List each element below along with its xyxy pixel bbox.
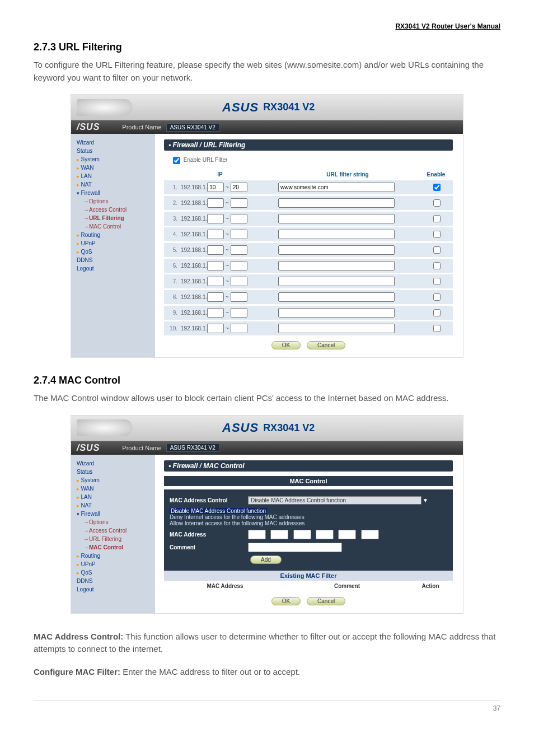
comment-input[interactable] <box>248 543 342 552</box>
url-string-input[interactable] <box>278 214 395 223</box>
nav-qos[interactable]: QoS <box>77 248 155 256</box>
nav-firewall[interactable]: Firewall <box>77 510 155 518</box>
chevron-down-icon[interactable]: ▼ <box>423 497 428 503</box>
row-enable-checkbox[interactable] <box>433 262 441 269</box>
ip-to-input[interactable] <box>231 261 247 270</box>
nav-upnp[interactable]: UPnP <box>77 560 155 568</box>
panel-title-mac-text: Firewall / MAC Control <box>173 462 245 470</box>
panel-title-url-text: Firewall / URL Filtering <box>173 141 246 149</box>
ip-from-input[interactable] <box>207 261 224 270</box>
col-comment: Comment <box>286 583 408 589</box>
nav-wan[interactable]: WAN <box>77 484 155 493</box>
nav-ddns[interactable]: DDNS <box>77 577 155 585</box>
ip-to-input[interactable] <box>231 277 247 286</box>
model-label: RX3041 V2 <box>263 422 315 434</box>
ip-from-input[interactable] <box>207 183 224 192</box>
mac-address-control-bold: MAC Address Control: <box>34 632 123 641</box>
row-enable-checkbox[interactable] <box>433 215 441 222</box>
ok-button[interactable]: OK <box>271 597 301 605</box>
row-index: 3. <box>166 216 181 222</box>
row-enable-checkbox[interactable] <box>433 184 441 191</box>
nav-access-control[interactable]: →Access Control <box>77 526 155 535</box>
ip-to-input[interactable] <box>231 292 247 302</box>
mac-addr-control-select[interactable]: Disable MAC Address Control function <box>248 496 421 505</box>
nav-qos[interactable]: QoS <box>77 568 155 577</box>
nav-wizard[interactable]: Wizard <box>77 459 155 468</box>
ip-to-input[interactable] <box>231 230 247 239</box>
ip-from-input[interactable] <box>207 277 224 286</box>
asus-logo-icon: /SUS <box>77 443 100 453</box>
col-header-string: URL filter string <box>276 171 419 178</box>
ip-from-input[interactable] <box>207 230 224 239</box>
row-index: 8. <box>166 294 181 300</box>
nav-wan[interactable]: WAN <box>77 164 155 172</box>
nav-system[interactable]: System <box>77 155 155 164</box>
ip-from-input[interactable] <box>207 198 224 208</box>
nav-routing[interactable]: Routing <box>77 231 155 239</box>
ok-button[interactable]: OK <box>271 341 301 349</box>
nav-mac-control[interactable]: →MAC Control <box>77 543 155 552</box>
ip-from-input[interactable] <box>207 214 224 223</box>
ip-to-input[interactable] <box>231 198 247 208</box>
mac-opt-disable[interactable]: Disable MAC Address Control function <box>170 508 267 514</box>
mac-address-inputs[interactable]: : : : : : <box>248 530 379 539</box>
row-enable-checkbox[interactable] <box>433 325 441 332</box>
nav-nat[interactable]: NAT <box>77 180 155 189</box>
cancel-button[interactable]: Cancel <box>307 597 345 605</box>
url-filter-row: 4.192.168.1. ~ <box>164 227 453 241</box>
url-string-input[interactable] <box>278 198 395 208</box>
add-button[interactable]: Add <box>250 556 282 564</box>
mac-opt-deny[interactable]: Deny Internet access for the following M… <box>170 514 447 520</box>
nav-lan[interactable]: LAN <box>77 493 155 501</box>
nav-options[interactable]: →Options <box>77 518 155 526</box>
row-enable-checkbox[interactable] <box>433 293 441 301</box>
ip-to-input[interactable] <box>231 324 247 333</box>
nav-routing[interactable]: Routing <box>77 552 155 560</box>
ip-from-input[interactable] <box>207 308 224 318</box>
url-string-input[interactable] <box>278 277 395 286</box>
row-enable-checkbox[interactable] <box>433 278 441 285</box>
nav-system[interactable]: System <box>77 476 155 484</box>
nav-url-filtering[interactable]: →URL Filtering <box>77 535 155 543</box>
row-index: 2. <box>166 200 181 206</box>
url-string-input[interactable] <box>278 292 395 302</box>
nav-url-filtering[interactable]: →URL Filtering <box>77 214 155 222</box>
url-string-input[interactable] <box>278 183 395 192</box>
url-string-input[interactable] <box>278 261 395 270</box>
row-enable-checkbox[interactable] <box>433 246 441 254</box>
row-enable-checkbox[interactable] <box>433 309 441 316</box>
nav-lan[interactable]: LAN <box>77 172 155 180</box>
enable-url-filter-checkbox[interactable] <box>173 157 180 164</box>
nav-nat[interactable]: NAT <box>77 501 155 510</box>
row-enable-checkbox[interactable] <box>433 199 441 207</box>
ip-to-input[interactable] <box>231 214 247 223</box>
url-string-input[interactable] <box>278 308 395 318</box>
url-string-input[interactable] <box>278 245 395 255</box>
nav-mac-control[interactable]: →MAC Control <box>77 222 155 231</box>
nav-logout[interactable]: Logout <box>77 585 155 594</box>
nav-wizard[interactable]: Wizard <box>77 138 155 147</box>
cancel-button[interactable]: Cancel <box>307 341 345 349</box>
ip-from-input[interactable] <box>207 292 224 302</box>
url-string-input[interactable] <box>278 230 395 239</box>
panel-title-mac: ▪ Firewall / MAC Control <box>164 460 453 472</box>
ip-to-input[interactable] <box>231 308 247 318</box>
ip-from-input[interactable] <box>207 245 224 255</box>
nav-status[interactable]: Status <box>77 468 155 476</box>
section-heading-url-filtering: 2.7.3 URL Filtering <box>34 41 500 53</box>
nav-firewall[interactable]: Firewall <box>77 189 155 197</box>
ip-from-input[interactable] <box>207 324 224 333</box>
nav-access-control[interactable]: →Access Control <box>77 206 155 214</box>
row-enable-checkbox[interactable] <box>433 231 441 238</box>
configure-mac-filter-desc: Configure MAC Filter: Enter the MAC addr… <box>34 666 500 679</box>
nav-status[interactable]: Status <box>77 147 155 155</box>
ip-to-input[interactable] <box>231 245 247 255</box>
mac-opt-allow[interactable]: Allow Internet access for the following … <box>170 520 447 526</box>
comment-label: Comment <box>170 544 248 550</box>
nav-logout[interactable]: Logout <box>77 264 155 273</box>
nav-upnp[interactable]: UPnP <box>77 239 155 248</box>
nav-ddns[interactable]: DDNS <box>77 256 155 264</box>
ip-to-input[interactable] <box>231 183 247 192</box>
nav-options[interactable]: →Options <box>77 197 155 206</box>
url-string-input[interactable] <box>278 324 395 333</box>
